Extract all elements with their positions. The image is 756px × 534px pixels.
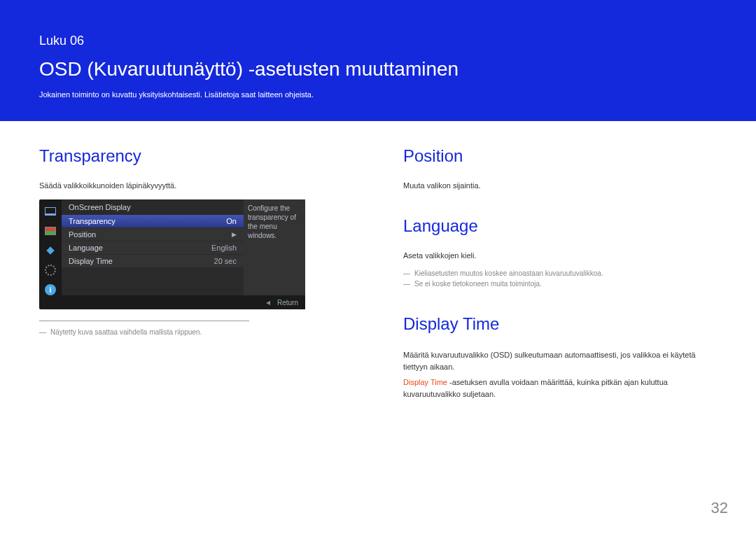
dash-icon: ― xyxy=(403,269,410,277)
language-desc: Aseta valikkojen kieli. xyxy=(403,251,717,260)
chevron-right-icon: ▶ xyxy=(232,231,237,238)
osd-row-transparency[interactable]: Transparency On xyxy=(62,215,244,227)
language-section: Language Aseta valikkojen kieli. ― Kieli… xyxy=(403,216,717,288)
picture-icon xyxy=(44,226,57,236)
osd-row-value: On xyxy=(226,217,237,225)
osd-help-panel: Configure the transparency of the menu w… xyxy=(244,199,305,309)
osd-row-position[interactable]: Position ▶ xyxy=(62,227,244,241)
language-heading: Language xyxy=(403,216,717,236)
note-text: Kieliasetusten muutos koskee ainoastaan … xyxy=(414,269,603,277)
chapter-label: Luku 06 xyxy=(39,34,717,48)
dash-icon: ― xyxy=(403,280,410,288)
osd-return-label: Return xyxy=(277,299,298,307)
language-note-1: ― Kieliasetusten muutos koskee ainoastaa… xyxy=(403,269,717,277)
osd-list-title: OnScreen Display xyxy=(62,199,244,215)
osd-footer: ◀ Return xyxy=(62,295,305,309)
position-desc: Muuta valikon sijaintia. xyxy=(403,181,717,190)
note-text: Se ei koske tietokoneen muita toimintoja… xyxy=(414,280,542,288)
content-area: Transparency Säädä valikkoikkunoiden läp… xyxy=(0,121,756,426)
osd-list: OnScreen Display Transparency On Positio… xyxy=(62,199,244,309)
osd-row-value: English xyxy=(211,244,237,252)
position-section: Position Muuta valikon sijaintia. xyxy=(403,146,717,190)
right-column: Position Muuta valikon sijaintia. Langua… xyxy=(403,146,717,426)
osd-row-label: Position xyxy=(69,230,96,239)
divider xyxy=(39,321,249,321)
osd-sidebar: i xyxy=(39,199,62,309)
osd-row-label: Display Time xyxy=(69,257,113,265)
footnote-text: Näytetty kuva saattaa vaihdella mallista… xyxy=(50,328,202,336)
left-triangle-icon: ◀ xyxy=(266,300,270,306)
display-time-heading: Display Time xyxy=(403,314,717,334)
chapter-title: OSD (Kuvaruutunäyttö) -asetusten muuttam… xyxy=(39,58,717,80)
transparency-heading: Transparency xyxy=(39,146,347,166)
left-column: Transparency Säädä valikkoikkunoiden läp… xyxy=(39,146,347,426)
info-icon: i xyxy=(44,285,57,295)
display-time-desc2: Display Time -asetuksen avulla voidaan m… xyxy=(403,377,717,400)
dash-icon: ― xyxy=(39,328,46,336)
language-note-2: ― Se ei koske tietokoneen muita toiminto… xyxy=(403,280,717,288)
monitor-icon xyxy=(44,206,57,216)
page-number: 32 xyxy=(711,499,728,517)
transparency-desc: Säädä valikkoikkunoiden läpinäkyvyyttä. xyxy=(39,181,347,190)
osd-main: OnScreen Display Transparency On Positio… xyxy=(62,199,305,309)
display-time-section: Display Time Määritä kuvaruutuvalikko (O… xyxy=(403,314,717,400)
osd-row-value: 20 sec xyxy=(214,257,237,265)
arrows-icon xyxy=(44,246,57,255)
chapter-subtitle: Jokainen toiminto on kuvattu yksityiskoh… xyxy=(39,90,717,99)
display-time-desc1: Määritä kuvaruutuvalikko (OSD) sulkeutum… xyxy=(403,349,717,372)
chapter-header: Luku 06 OSD (Kuvaruutunäyttö) -asetusten… xyxy=(0,0,756,121)
display-time-highlight: Display Time xyxy=(403,378,447,386)
osd-row-language[interactable]: Language English xyxy=(62,241,244,254)
position-heading: Position xyxy=(403,146,717,166)
image-footnote: ― Näytetty kuva saattaa vaihdella mallis… xyxy=(39,328,347,336)
osd-row-display-time[interactable]: Display Time 20 sec xyxy=(62,254,244,267)
osd-row-label: Language xyxy=(69,244,103,252)
osd-row-label: Transparency xyxy=(69,217,115,225)
osd-menu-screenshot: i OnScreen Display Transparency On Posit… xyxy=(39,199,305,309)
settings-icon xyxy=(44,265,57,275)
